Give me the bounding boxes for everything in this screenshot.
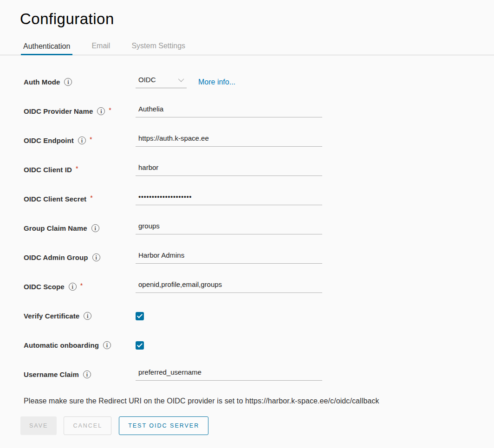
required-marker: * [80, 282, 83, 289]
oidc-client-secret-row: OIDC Client Secret * [0, 184, 494, 214]
automatic-onboarding-label: Automatic onboarding [24, 341, 99, 349]
oidc-client-id-label: OIDC Client ID [24, 166, 72, 174]
oidc-provider-name-row: OIDC Provider Name * [0, 97, 494, 126]
group-claim-name-input[interactable] [136, 222, 322, 234]
info-icon[interactable] [97, 107, 105, 115]
oidc-client-secret-label: OIDC Client Secret [24, 195, 86, 203]
oidc-provider-name-input[interactable] [136, 105, 322, 117]
group-claim-name-label: Group Claim Name [24, 224, 87, 232]
oidc-endpoint-label: OIDC Endpoint [24, 136, 74, 144]
auth-mode-select[interactable]: OIDC [136, 76, 187, 88]
save-button[interactable]: SAVE [20, 416, 57, 435]
info-icon[interactable] [69, 283, 77, 291]
oidc-client-id-row: OIDC Client ID * [0, 155, 494, 184]
verify-certificate-row: Verify Certificate [0, 301, 494, 331]
automatic-onboarding-row: Automatic onboarding [0, 331, 494, 360]
info-icon[interactable] [91, 224, 99, 232]
oidc-scope-row: OIDC Scope * [0, 272, 494, 301]
automatic-onboarding-checkbox[interactable] [136, 341, 144, 350]
auth-mode-row: Auth Mode OIDC More info... [0, 67, 494, 97]
required-marker: * [109, 106, 111, 114]
group-claim-name-row: Group Claim Name [0, 214, 494, 243]
info-icon[interactable] [84, 312, 91, 320]
username-claim-input[interactable] [136, 368, 322, 381]
oidc-provider-name-label: OIDC Provider Name [24, 107, 93, 115]
tab-bar: Authentication Email System Settings [0, 39, 494, 55]
oidc-scope-input[interactable] [136, 280, 322, 293]
auth-mode-label: Auth Mode [24, 78, 60, 86]
redirect-uri-note: Please make sure the Redirect URI on the… [0, 397, 494, 405]
oidc-endpoint-input[interactable] [136, 134, 322, 147]
oidc-endpoint-row: OIDC Endpoint * [0, 126, 494, 155]
oidc-admin-group-label: OIDC Admin Group [24, 253, 88, 261]
required-marker: * [76, 165, 78, 172]
verify-certificate-checkbox[interactable] [136, 312, 144, 320]
info-icon[interactable] [78, 136, 86, 144]
configuration-page: Configuration Authentication Email Syste… [0, 10, 494, 448]
more-info-link[interactable]: More info... [198, 78, 235, 86]
oidc-client-id-input[interactable] [136, 163, 322, 176]
oidc-settings-form: Auth Mode OIDC More info... OIDC Provide… [0, 67, 494, 389]
action-button-bar: SAVE CANCEL TEST OIDC SERVER [0, 416, 494, 435]
cancel-button[interactable]: CANCEL [64, 416, 111, 435]
tab-system-settings[interactable]: System Settings [129, 39, 188, 55]
page-title: Configuration [20, 10, 494, 28]
oidc-client-secret-input[interactable] [136, 193, 322, 205]
oidc-scope-label: OIDC Scope [24, 283, 65, 291]
oidc-admin-group-input[interactable] [136, 251, 322, 264]
info-icon[interactable] [64, 78, 72, 86]
required-marker: * [90, 136, 92, 143]
verify-certificate-label: Verify Certificate [24, 312, 79, 320]
required-marker: * [90, 194, 92, 201]
tab-authentication[interactable]: Authentication [21, 39, 72, 55]
info-icon[interactable] [83, 370, 91, 378]
info-icon[interactable] [103, 341, 111, 349]
chevron-down-icon [178, 76, 184, 82]
username-claim-label: Username Claim [24, 370, 79, 378]
test-oidc-server-button[interactable]: TEST OIDC SERVER [119, 416, 208, 435]
oidc-admin-group-row: OIDC Admin Group [0, 243, 494, 272]
tab-email[interactable]: Email [89, 39, 112, 55]
username-claim-row: Username Claim [0, 360, 494, 389]
info-icon[interactable] [92, 253, 100, 261]
auth-mode-selected-value: OIDC [138, 76, 156, 84]
